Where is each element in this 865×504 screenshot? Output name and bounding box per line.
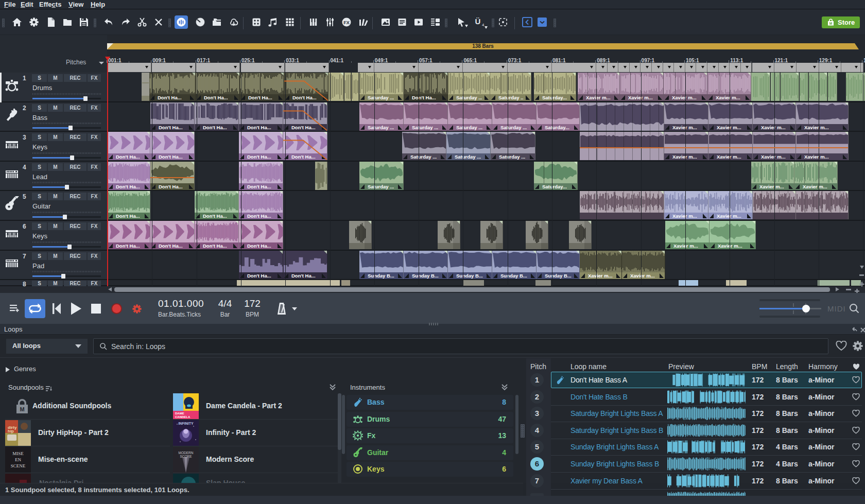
svg-text:M: M — [20, 406, 24, 412]
svg-text:CANDELA: CANDELA — [175, 415, 191, 419]
svg-text:SCENE: SCENE — [11, 463, 26, 468]
svg-text:hip: hip — [8, 429, 14, 433]
svg-text:DAME: DAME — [175, 412, 184, 415]
svg-text:EN: EN — [15, 457, 21, 462]
svg-text:Ü: Ü — [475, 17, 481, 26]
svg-text:SCORE: SCORE — [180, 455, 192, 458]
svg-text:FX: FX — [343, 20, 350, 25]
svg-text:M: M — [829, 22, 832, 25]
svg-text:INFINITY: INFINITY — [178, 422, 193, 425]
svg-text:MODERN: MODERN — [179, 451, 194, 455]
svg-text:MISE: MISE — [12, 451, 24, 456]
